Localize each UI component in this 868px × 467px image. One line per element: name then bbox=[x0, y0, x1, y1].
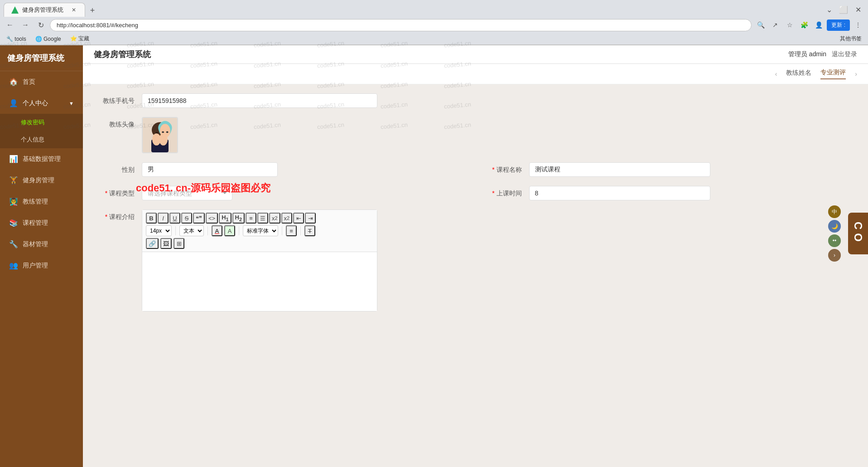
rte-h2-btn[interactable]: H2 bbox=[232, 213, 245, 224]
rte-font-highlight-btn[interactable]: A bbox=[224, 225, 235, 236]
rte-font-color-btn[interactable]: A bbox=[212, 225, 222, 236]
corner-co-element[interactable]: CO bbox=[848, 213, 868, 254]
tab-pro-test[interactable]: 专业测评 bbox=[820, 68, 846, 79]
app-logo: 健身房管理系统 bbox=[0, 45, 83, 71]
rte-table-btn[interactable]: ⊞ bbox=[174, 238, 184, 249]
scroll-ctrl-zh[interactable]: 中 bbox=[828, 205, 841, 218]
tab-close-btn[interactable]: ✕ bbox=[70, 6, 77, 14]
zoom-icon[interactable]: 🔍 bbox=[754, 19, 767, 31]
rte-quote-btn[interactable]: ❝❞ bbox=[193, 213, 205, 224]
rte-strikethrough-btn[interactable]: S bbox=[181, 213, 192, 224]
sidebar-basic-data-label: 基础数据管理 bbox=[23, 155, 61, 163]
sidebar-equipment-header[interactable]: 🔧 器材管理 bbox=[0, 234, 83, 255]
rte-link-btn[interactable]: 🔗 bbox=[146, 238, 159, 249]
sidebar: 健身房管理系统 🏠 首页 👤 个人中心 ▼ 修改密码 个人信息 bbox=[0, 45, 83, 467]
course-name-form-row: 课程名称 bbox=[481, 162, 858, 177]
phone-form-row: 教练手机号 bbox=[94, 93, 857, 108]
main-content: 健身房管理系统 管理员 admin 退出登录 ‹ 教练姓名 专业测评 › 教练手… bbox=[83, 45, 868, 467]
gender-form-row: 性别 bbox=[94, 162, 470, 177]
sidebar-item-coach-mgmt[interactable]: 👨‍🏫 教练管理 bbox=[0, 191, 83, 212]
rte-italic-btn[interactable]: I bbox=[158, 213, 169, 224]
sidebar-gym-header[interactable]: 🏋️ 健身房管理 bbox=[0, 170, 83, 191]
scroll-ctrl-moon[interactable]: 🌙 bbox=[828, 220, 841, 233]
class-time-input[interactable] bbox=[529, 186, 710, 200]
rte-font-family-select[interactable]: 标准字体 bbox=[243, 225, 278, 236]
other-bookmarks[interactable]: 其他书签 bbox=[837, 34, 864, 44]
course-intro-label: 课程介绍 bbox=[94, 209, 135, 221]
scroll-ctrl-dots[interactable]: •• bbox=[828, 234, 841, 247]
page-content: 教练手机号 教练头像 bbox=[83, 84, 868, 330]
bookmark-favorites[interactable]: ⭐ 宝藏 bbox=[68, 34, 92, 44]
rte-underline-btn[interactable]: U bbox=[169, 213, 180, 224]
rte-image-btn[interactable]: 🖼 bbox=[160, 238, 172, 249]
bookmark-icon[interactable]: ☆ bbox=[783, 19, 796, 31]
minimize-btn[interactable]: ⌄ bbox=[823, 4, 835, 16]
close-btn[interactable]: ✕ bbox=[852, 4, 864, 16]
rte-clear-format-btn[interactable]: T̶ bbox=[304, 225, 315, 236]
restore-btn[interactable]: ⬜ bbox=[837, 4, 850, 16]
type-time-row: 课程类型 请选择课程类型 上课时间 bbox=[94, 186, 857, 200]
rte-font-size-select[interactable]: 14px bbox=[146, 225, 172, 236]
rte-indent-left-btn[interactable]: ⇤ bbox=[293, 213, 304, 224]
logout-button[interactable]: 退出登录 bbox=[832, 50, 857, 58]
sidebar-item-personal[interactable]: 👤 个人中心 ▼ 修改密码 个人信息 bbox=[0, 92, 83, 148]
new-tab-button[interactable]: + bbox=[86, 4, 99, 17]
scroll-ctrl-arrow[interactable]: › bbox=[828, 249, 841, 262]
rte-indent-right-btn[interactable]: ⇥ bbox=[305, 213, 316, 224]
avatar-preview[interactable] bbox=[142, 117, 178, 153]
course-icon: 📚 bbox=[9, 219, 18, 227]
sidebar-item-user-mgmt[interactable]: 👥 用户管理 bbox=[0, 255, 83, 276]
gender-label: 性别 bbox=[94, 162, 135, 174]
sidebar-home-header[interactable]: 🏠 首页 bbox=[0, 71, 83, 92]
course-name-label: 课程名称 bbox=[481, 162, 522, 174]
course-type-select[interactable]: 请选择课程类型 bbox=[142, 186, 232, 200]
bookmark-tools[interactable]: 🔧 tools bbox=[4, 35, 29, 43]
tab-coach-name[interactable]: 教练姓名 bbox=[786, 69, 811, 79]
sidebar-menu: 🏠 首页 👤 个人中心 ▼ 修改密码 个人信息 📊 基础数据管理 bbox=[0, 71, 83, 276]
sidebar-coach-header[interactable]: 👨‍🏫 教练管理 bbox=[0, 191, 83, 212]
rte-sub-btn[interactable]: x2 bbox=[269, 213, 280, 224]
rte-container: B I U S ❝❞ <> H1 H2 ≡ ☰ x2 x2 ⇤ ⇥ bbox=[142, 209, 377, 311]
sidebar-personal-header[interactable]: 👤 个人中心 ▼ bbox=[0, 92, 83, 114]
sidebar-item-equipment-mgmt[interactable]: 🔧 器材管理 bbox=[0, 234, 83, 255]
rte-h1-btn[interactable]: H1 bbox=[219, 213, 231, 224]
sidebar-course-header[interactable]: 📚 课程管理 bbox=[0, 212, 83, 234]
course-intro-row: 课程介绍 B I U S ❝❞ <> H1 H2 ≡ ☰ x2 bbox=[94, 209, 857, 311]
active-tab[interactable]: 健身房管理系统 ✕ bbox=[4, 3, 85, 17]
sidebar-item-personal-info[interactable]: 个人信息 bbox=[0, 131, 83, 148]
rte-font-name-select[interactable]: 文本 bbox=[179, 225, 204, 236]
sidebar-basic-data-header[interactable]: 📊 基础数据管理 bbox=[0, 148, 83, 170]
phone-input[interactable] bbox=[142, 93, 377, 108]
address-bar[interactable]: http://localhost:8081/#/kecheng bbox=[50, 19, 752, 31]
rte-bold-btn[interactable]: B bbox=[146, 213, 157, 224]
nav-arrow-left[interactable]: ‹ bbox=[775, 70, 777, 78]
update-button[interactable]: 更新 : bbox=[827, 19, 850, 31]
rte-code-btn[interactable]: <> bbox=[206, 213, 218, 224]
profile-icon[interactable]: 👤 bbox=[812, 19, 825, 31]
course-name-input[interactable] bbox=[529, 162, 710, 177]
coach-icon: 👨‍🏫 bbox=[9, 197, 18, 206]
menu-icon[interactable]: ⋮ bbox=[852, 19, 864, 31]
forward-btn[interactable]: → bbox=[19, 19, 32, 31]
bookmark-star-icon[interactable]: ↗ bbox=[769, 19, 781, 31]
user-icon: 👥 bbox=[9, 261, 18, 270]
sidebar-item-gym-mgmt[interactable]: 🏋️ 健身房管理 bbox=[0, 170, 83, 191]
bookmark-favorites-label: ⭐ 宝藏 bbox=[70, 35, 89, 43]
sidebar-item-basic-data[interactable]: 📊 基础数据管理 bbox=[0, 148, 83, 170]
back-btn[interactable]: ← bbox=[4, 19, 16, 31]
extension-icon[interactable]: 🧩 bbox=[798, 19, 810, 31]
sidebar-user-header[interactable]: 👥 用户管理 bbox=[0, 255, 83, 276]
gender-input[interactable] bbox=[142, 162, 278, 177]
nav-arrow-right[interactable]: › bbox=[855, 70, 857, 78]
rte-ol-btn[interactable]: ≡ bbox=[246, 213, 256, 224]
svg-point-11 bbox=[162, 131, 164, 133]
rte-ul-btn[interactable]: ☰ bbox=[257, 213, 268, 224]
rte-sup-btn[interactable]: x2 bbox=[281, 213, 293, 224]
sidebar-item-change-pwd[interactable]: 修改密码 bbox=[0, 114, 83, 131]
rte-body[interactable] bbox=[142, 252, 377, 311]
refresh-btn[interactable]: ↻ bbox=[34, 19, 47, 31]
sidebar-item-course-mgmt[interactable]: 📚 课程管理 bbox=[0, 212, 83, 234]
bookmark-google[interactable]: 🌐 Google bbox=[33, 35, 64, 43]
sidebar-item-home[interactable]: 🏠 首页 bbox=[0, 71, 83, 92]
rte-align-btn[interactable]: ≡ bbox=[286, 225, 297, 236]
